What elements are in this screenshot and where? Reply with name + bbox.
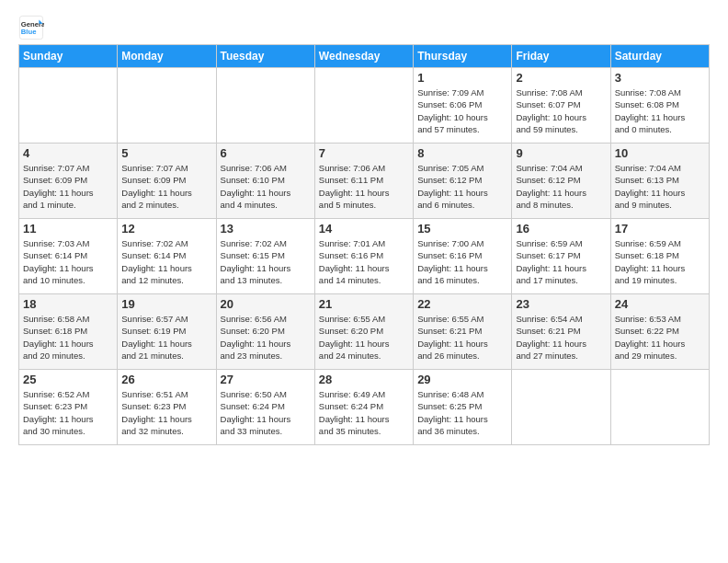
col-header-monday: Monday (118, 45, 216, 68)
calendar-cell (19, 68, 118, 144)
calendar-cell: 22Sunrise: 6:55 AM Sunset: 6:21 PM Dayli… (414, 294, 512, 370)
day-info: Sunrise: 7:04 AM Sunset: 6:13 PM Dayligh… (615, 162, 705, 211)
day-number: 18 (23, 297, 113, 311)
day-info: Sunrise: 6:49 AM Sunset: 6:24 PM Dayligh… (319, 388, 409, 437)
calendar-cell (610, 370, 709, 445)
day-info: Sunrise: 6:59 AM Sunset: 6:17 PM Dayligh… (516, 237, 606, 286)
day-number: 15 (417, 222, 507, 236)
calendar-cell: 26Sunrise: 6:51 AM Sunset: 6:23 PM Dayli… (118, 370, 216, 445)
day-info: Sunrise: 6:59 AM Sunset: 6:18 PM Dayligh… (615, 237, 705, 286)
day-info: Sunrise: 7:02 AM Sunset: 6:14 PM Dayligh… (121, 237, 211, 286)
day-info: Sunrise: 6:53 AM Sunset: 6:22 PM Dayligh… (615, 313, 705, 362)
day-number: 26 (121, 373, 211, 386)
day-info: Sunrise: 6:48 AM Sunset: 6:25 PM Dayligh… (417, 388, 507, 437)
day-info: Sunrise: 7:02 AM Sunset: 6:15 PM Dayligh… (221, 237, 311, 286)
logo-icon: General Blue (18, 15, 44, 40)
calendar-cell: 6Sunrise: 7:06 AM Sunset: 6:10 PM Daylig… (216, 144, 314, 219)
day-info: Sunrise: 6:54 AM Sunset: 6:21 PM Dayligh… (516, 313, 606, 362)
calendar-cell: 10Sunrise: 7:04 AM Sunset: 6:13 PM Dayli… (610, 144, 709, 219)
day-info: Sunrise: 7:06 AM Sunset: 6:10 PM Dayligh… (221, 162, 311, 211)
day-info: Sunrise: 7:06 AM Sunset: 6:11 PM Dayligh… (319, 162, 409, 211)
calendar-cell: 8Sunrise: 7:05 AM Sunset: 6:12 PM Daylig… (414, 144, 512, 219)
day-info: Sunrise: 7:03 AM Sunset: 6:14 PM Dayligh… (23, 237, 113, 286)
day-number: 17 (615, 222, 705, 236)
day-info: Sunrise: 6:51 AM Sunset: 6:23 PM Dayligh… (121, 388, 211, 437)
col-header-wednesday: Wednesday (314, 45, 413, 68)
day-info: Sunrise: 6:50 AM Sunset: 6:24 PM Dayligh… (221, 388, 311, 437)
day-info: Sunrise: 7:00 AM Sunset: 6:16 PM Dayligh… (417, 237, 507, 286)
col-header-thursday: Thursday (414, 45, 512, 68)
calendar-cell: 23Sunrise: 6:54 AM Sunset: 6:21 PM Dayli… (512, 294, 610, 370)
day-info: Sunrise: 6:55 AM Sunset: 6:20 PM Dayligh… (319, 313, 409, 362)
day-number: 7 (319, 146, 409, 160)
calendar-cell (512, 370, 610, 445)
day-number: 9 (516, 146, 606, 160)
calendar-cell (216, 68, 314, 144)
day-number: 10 (615, 146, 705, 160)
day-info: Sunrise: 7:07 AM Sunset: 6:09 PM Dayligh… (23, 162, 113, 211)
calendar-cell: 29Sunrise: 6:48 AM Sunset: 6:25 PM Dayli… (414, 370, 512, 445)
day-number: 21 (319, 297, 409, 311)
day-info: Sunrise: 6:55 AM Sunset: 6:21 PM Dayligh… (417, 313, 507, 362)
week-row-0: 1Sunrise: 7:09 AM Sunset: 6:06 PM Daylig… (19, 68, 710, 144)
calendar-cell: 21Sunrise: 6:55 AM Sunset: 6:20 PM Dayli… (314, 294, 413, 370)
calendar-cell: 7Sunrise: 7:06 AM Sunset: 6:11 PM Daylig… (314, 144, 413, 219)
col-header-friday: Friday (512, 45, 610, 68)
day-info: Sunrise: 7:07 AM Sunset: 6:09 PM Dayligh… (121, 162, 211, 211)
calendar-cell: 2Sunrise: 7:08 AM Sunset: 6:07 PM Daylig… (512, 68, 610, 144)
calendar-cell: 12Sunrise: 7:02 AM Sunset: 6:14 PM Dayli… (118, 219, 216, 294)
day-number: 25 (23, 373, 113, 386)
day-info: Sunrise: 6:52 AM Sunset: 6:23 PM Dayligh… (23, 388, 113, 437)
day-number: 1 (417, 71, 507, 85)
calendar-cell: 24Sunrise: 6:53 AM Sunset: 6:22 PM Dayli… (610, 294, 709, 370)
day-info: Sunrise: 6:56 AM Sunset: 6:20 PM Dayligh… (221, 313, 311, 362)
svg-text:General: General (21, 20, 44, 29)
day-info: Sunrise: 7:08 AM Sunset: 6:08 PM Dayligh… (615, 86, 705, 135)
week-row-4: 25Sunrise: 6:52 AM Sunset: 6:23 PM Dayli… (19, 370, 710, 445)
calendar-cell: 25Sunrise: 6:52 AM Sunset: 6:23 PM Dayli… (19, 370, 118, 445)
calendar-table: SundayMondayTuesdayWednesdayThursdayFrid… (18, 44, 710, 445)
day-number: 2 (516, 71, 606, 85)
calendar-cell: 14Sunrise: 7:01 AM Sunset: 6:16 PM Dayli… (314, 219, 413, 294)
day-info: Sunrise: 6:58 AM Sunset: 6:18 PM Dayligh… (23, 313, 113, 362)
calendar-cell: 28Sunrise: 6:49 AM Sunset: 6:24 PM Dayli… (314, 370, 413, 445)
day-number: 27 (221, 373, 311, 386)
calendar-cell: 11Sunrise: 7:03 AM Sunset: 6:14 PM Dayli… (19, 219, 118, 294)
logo: General Blue (18, 15, 48, 40)
col-header-sunday: Sunday (19, 45, 118, 68)
calendar-cell: 17Sunrise: 6:59 AM Sunset: 6:18 PM Dayli… (610, 219, 709, 294)
calendar-cell: 18Sunrise: 6:58 AM Sunset: 6:18 PM Dayli… (19, 294, 118, 370)
day-number: 16 (516, 222, 606, 236)
day-info: Sunrise: 7:01 AM Sunset: 6:16 PM Dayligh… (319, 237, 409, 286)
day-number: 8 (417, 146, 507, 160)
calendar-cell: 15Sunrise: 7:00 AM Sunset: 6:16 PM Dayli… (414, 219, 512, 294)
calendar-cell: 13Sunrise: 7:02 AM Sunset: 6:15 PM Dayli… (216, 219, 314, 294)
col-header-saturday: Saturday (610, 45, 709, 68)
calendar-cell: 16Sunrise: 6:59 AM Sunset: 6:17 PM Dayli… (512, 219, 610, 294)
day-info: Sunrise: 6:57 AM Sunset: 6:19 PM Dayligh… (121, 313, 211, 362)
calendar-cell: 19Sunrise: 6:57 AM Sunset: 6:19 PM Dayli… (118, 294, 216, 370)
calendar-cell: 20Sunrise: 6:56 AM Sunset: 6:20 PM Dayli… (216, 294, 314, 370)
day-number: 6 (221, 146, 311, 160)
day-number: 14 (319, 222, 409, 236)
day-number: 11 (23, 222, 113, 236)
day-info: Sunrise: 7:08 AM Sunset: 6:07 PM Dayligh… (516, 86, 606, 135)
calendar-cell: 5Sunrise: 7:07 AM Sunset: 6:09 PM Daylig… (118, 144, 216, 219)
week-row-2: 11Sunrise: 7:03 AM Sunset: 6:14 PM Dayli… (19, 219, 710, 294)
calendar-cell: 3Sunrise: 7:08 AM Sunset: 6:08 PM Daylig… (610, 68, 709, 144)
day-number: 20 (221, 297, 311, 311)
day-number: 19 (121, 297, 211, 311)
day-number: 28 (319, 373, 409, 386)
svg-text:Blue: Blue (21, 28, 37, 36)
day-number: 24 (615, 297, 705, 311)
day-info: Sunrise: 7:09 AM Sunset: 6:06 PM Dayligh… (417, 86, 507, 135)
header: General Blue (18, 15, 710, 40)
calendar-cell: 27Sunrise: 6:50 AM Sunset: 6:24 PM Dayli… (216, 370, 314, 445)
day-number: 13 (221, 222, 311, 236)
day-number: 4 (23, 146, 113, 160)
calendar-cell: 4Sunrise: 7:07 AM Sunset: 6:09 PM Daylig… (19, 144, 118, 219)
day-info: Sunrise: 7:04 AM Sunset: 6:12 PM Dayligh… (516, 162, 606, 211)
week-row-1: 4Sunrise: 7:07 AM Sunset: 6:09 PM Daylig… (19, 144, 710, 219)
calendar-cell (314, 68, 413, 144)
day-number: 29 (417, 373, 507, 386)
